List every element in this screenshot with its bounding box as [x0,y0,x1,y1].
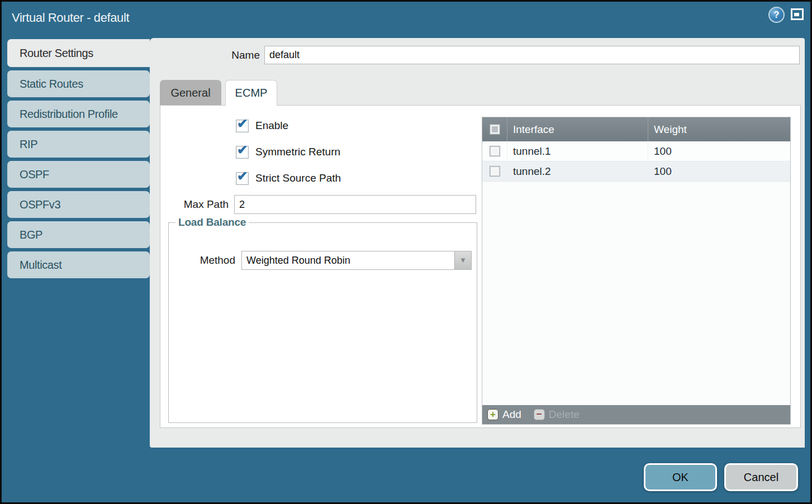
table-empty-area [482,182,790,405]
name-label: Name [203,46,260,64]
table-row[interactable]: tunnel.1 100 [482,141,790,161]
row-checkbox-cell [482,161,507,181]
enable-checkbox[interactable]: ✔ [236,120,249,132]
sidebar-item-router-settings[interactable]: Router Settings [7,39,150,67]
symmetric-return-label: Symmetric Return [255,146,340,158]
row-checkbox-cell [482,141,507,161]
minus-icon: − [534,409,545,420]
weight-cell: 100 [648,141,790,161]
enable-label: Enable [255,120,288,132]
name-input[interactable] [264,46,800,64]
enable-row: ✔ Enable [236,119,288,132]
table-footer: + Add − Delete [482,405,790,424]
dialog-title: Virtual Router - default [12,2,129,34]
ok-button[interactable]: OK [644,463,717,491]
load-balance-legend: Load Balance [175,216,249,229]
sidebar-item-rip[interactable]: RIP [7,131,150,158]
sidebar-item-redistribution-profile[interactable]: Redistribution Profile [7,101,150,127]
table-header: Interface Weight [482,117,790,141]
interface-table: Interface Weight tunnel.1 100 tunnel.2 1… [482,117,791,425]
add-button-label: Add [502,408,521,421]
window-icon[interactable] [791,8,804,20]
row-checkbox[interactable] [490,146,500,156]
ecmp-tab-panel: ✔ Enable ✔ Symmetric Return ✔ Strict Sou… [160,105,801,428]
strict-source-path-row: ✔ Strict Source Path [236,172,341,185]
table-row[interactable]: tunnel.2 100 [482,161,790,182]
tab-general[interactable]: General [160,80,221,106]
delete-button[interactable]: − Delete [534,408,580,421]
interface-column-header: Interface [507,117,648,141]
cancel-button[interactable]: Cancel [724,463,798,491]
header-checkbox-cell [482,117,507,141]
titlebar: Virtual Router - default ? [2,2,810,34]
strict-source-path-checkbox[interactable]: ✔ [236,172,249,185]
add-button[interactable]: + Add [487,408,521,421]
symmetric-return-checkbox[interactable]: ✔ [236,146,249,159]
delete-button-label: Delete [549,408,580,421]
sidebar-item-static-routes[interactable]: Static Routes [7,70,150,97]
plus-icon: + [487,409,498,420]
symmetric-return-row: ✔ Symmetric Return [236,145,340,159]
row-checkbox[interactable] [490,166,500,177]
sidebar: Router Settings Static Routes Redistribu… [7,39,150,278]
tab-ecmp[interactable]: ECMP [225,80,277,106]
load-balance-fieldset: Load Balance Method Weighted Round Robin… [168,216,477,423]
method-select[interactable]: Weighted Round Robin ▼ [241,251,472,270]
select-all-checkbox[interactable] [490,124,500,135]
method-label: Method [169,251,235,270]
max-path-input[interactable] [234,195,476,214]
sidebar-item-multicast[interactable]: Multicast [7,251,150,278]
sidebar-item-bgp[interactable]: BGP [7,221,150,248]
virtual-router-dialog: Virtual Router - default ? Router Settin… [0,0,812,504]
interface-cell: tunnel.2 [507,161,648,181]
weight-cell: 100 [648,161,790,181]
check-icon: ✔ [237,142,248,158]
content-area: Name General ECMP ✔ Enable ✔ Symmetric R… [150,38,805,448]
max-path-label: Max Path [160,195,229,214]
interface-cell: tunnel.1 [507,141,648,161]
check-icon: ✔ [237,116,248,131]
weight-column-header: Weight [648,117,790,141]
sidebar-item-ospf[interactable]: OSPF [7,161,150,188]
help-icon[interactable]: ? [770,8,783,22]
check-icon: ✔ [237,169,248,184]
chevron-down-icon[interactable]: ▼ [454,251,471,269]
sidebar-item-ospfv3[interactable]: OSPFv3 [7,191,150,218]
method-selected-value: Weighted Round Robin [246,251,350,269]
strict-source-path-label: Strict Source Path [255,172,341,184]
